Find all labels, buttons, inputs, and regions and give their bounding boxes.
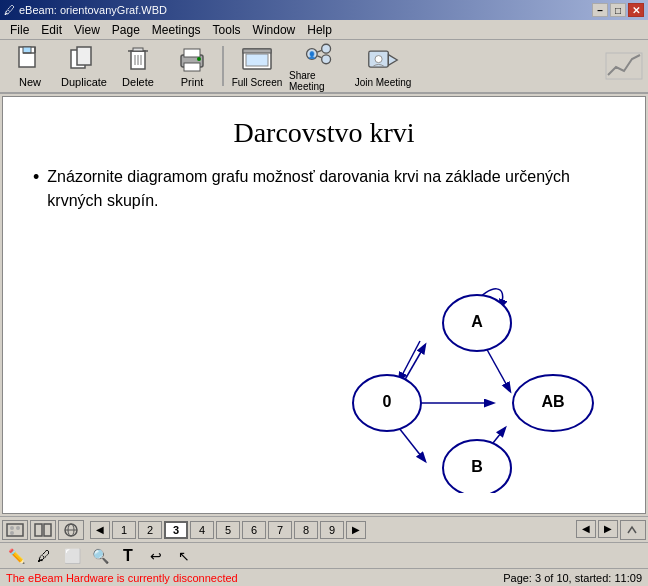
join-meeting-icon (367, 45, 399, 75)
left-nav-icons (2, 520, 84, 540)
page-8-button[interactable]: 8 (294, 521, 318, 539)
app-icon: 🖊 (4, 4, 15, 16)
svg-rect-13 (184, 49, 200, 57)
svg-rect-8 (133, 48, 143, 51)
print-label: Print (181, 76, 204, 88)
nav-icon-globe[interactable] (58, 520, 84, 540)
text-tool-button[interactable]: T (116, 546, 140, 566)
slide-content: Darcovstvo krvi • Znázornite diagramom g… (3, 97, 645, 513)
pen-tool-button[interactable]: ✏️ (4, 546, 28, 566)
menu-edit[interactable]: Edit (35, 21, 68, 39)
slide-title: Darcovstvo krvi (33, 117, 615, 149)
bullet-item-1: • Znázornite diagramom grafu možnosť dar… (33, 165, 615, 213)
bullet-dot: • (33, 165, 39, 213)
fullscreen-icon (241, 45, 273, 75)
fullscreen-button[interactable]: Full Screen (228, 42, 286, 90)
svg-point-20 (322, 44, 331, 53)
bullet-text-1: Znázornite diagramom grafu možnosť darov… (47, 165, 615, 213)
separator-1 (222, 46, 224, 86)
menu-bar: File Edit View Page Meetings Tools Windo… (0, 20, 648, 40)
marker-tool-button[interactable]: 🖊 (32, 546, 56, 566)
arrow-tool-button[interactable]: ↩ (144, 546, 168, 566)
menu-view[interactable]: View (68, 21, 106, 39)
svg-point-31 (16, 526, 20, 530)
eraser-tool-button[interactable]: ⬜ (60, 546, 84, 566)
menu-help[interactable]: Help (301, 21, 338, 39)
svg-point-15 (197, 57, 201, 61)
page-1-button[interactable]: 1 (112, 521, 136, 539)
page-6-button[interactable]: 6 (242, 521, 266, 539)
new-button[interactable]: New (4, 42, 56, 90)
title-bar-left: 🖊 eBeam: orientovanyGraf.WBD (4, 4, 167, 16)
delete-icon (122, 44, 154, 74)
join-meeting-button[interactable]: Join Meeting (352, 42, 414, 90)
page-3-button[interactable]: 3 (164, 521, 188, 539)
scroll-left-button[interactable]: ◀ (90, 521, 110, 539)
svg-rect-1 (23, 47, 31, 53)
title-bar: 🖊 eBeam: orientovanyGraf.WBD – □ ✕ (0, 0, 648, 20)
page-9-button[interactable]: 9 (320, 521, 344, 539)
main-area: Darcovstvo krvi • Znázornite diagramom g… (0, 94, 648, 516)
print-icon (176, 44, 208, 74)
menu-page[interactable]: Page (106, 21, 146, 39)
status-left: The eBeam Hardware is currently disconne… (6, 572, 238, 584)
toolbar-right (604, 51, 644, 81)
nav-arrows-right: ◀ ▶ (576, 520, 646, 540)
search-tool-button[interactable]: 🔍 (88, 546, 112, 566)
svg-rect-5 (77, 47, 91, 65)
svg-rect-18 (246, 54, 268, 66)
delete-label: Delete (122, 76, 154, 88)
new-label: New (19, 76, 41, 88)
print-button[interactable]: Print (166, 42, 218, 90)
svg-rect-17 (243, 49, 271, 53)
page-4-button[interactable]: 4 (190, 521, 214, 539)
close-button[interactable]: ✕ (628, 3, 644, 17)
page-5-button[interactable]: 5 (216, 521, 240, 539)
svg-line-23 (317, 56, 321, 58)
svg-point-27 (375, 55, 382, 62)
svg-rect-29 (7, 524, 23, 536)
graph-area: 0 A AB B (325, 273, 625, 493)
node-ab-label: AB (541, 393, 564, 410)
canvas-area: Darcovstvo krvi • Znázornite diagramom g… (2, 96, 646, 514)
nav-icon-2[interactable] (30, 520, 56, 540)
title-bar-controls[interactable]: – □ ✕ (592, 3, 644, 17)
fullscreen-label: Full Screen (232, 77, 283, 88)
new-icon (14, 44, 46, 74)
svg-rect-34 (44, 524, 51, 536)
nav-settings-icon[interactable] (620, 520, 646, 540)
page-7-button[interactable]: 7 (268, 521, 292, 539)
nav-icon-1[interactable] (2, 520, 28, 540)
prev-page-button[interactable]: ◀ (576, 520, 596, 538)
minimize-button[interactable]: – (592, 3, 608, 17)
menu-window[interactable]: Window (247, 21, 302, 39)
maximize-button[interactable]: □ (610, 3, 626, 17)
share-meeting-button[interactable]: 👤 Share Meeting (288, 42, 350, 90)
duplicate-label: Duplicate (61, 76, 107, 88)
select-tool-button[interactable]: ↖ (172, 546, 196, 566)
delete-button[interactable]: Delete (112, 42, 164, 90)
menu-tools[interactable]: Tools (207, 21, 247, 39)
svg-rect-14 (184, 63, 200, 71)
svg-point-32 (10, 531, 14, 535)
page-2-button[interactable]: 2 (138, 521, 162, 539)
node-a-label: A (471, 313, 483, 330)
duplicate-button[interactable]: Duplicate (58, 42, 110, 90)
svg-rect-33 (35, 524, 42, 536)
node-0-label: 0 (383, 393, 392, 410)
svg-text:👤: 👤 (308, 51, 316, 59)
next-page-button[interactable]: ▶ (598, 520, 618, 538)
status-right: Page: 3 of 10, started: 11:09 (503, 572, 642, 584)
scroll-right-button[interactable]: ▶ (346, 521, 366, 539)
graph-icon (604, 51, 644, 81)
menu-file[interactable]: File (4, 21, 35, 39)
toolbar: New Duplicate Delete (0, 40, 648, 94)
menu-meetings[interactable]: Meetings (146, 21, 207, 39)
page-nav: ◀ 1 2 3 4 5 6 7 8 9 ▶ ◀ ▶ (0, 516, 648, 542)
svg-line-22 (317, 50, 321, 52)
svg-point-30 (10, 526, 14, 530)
join-meeting-label: Join Meeting (355, 77, 412, 88)
duplicate-icon (68, 44, 100, 74)
status-bar: The eBeam Hardware is currently disconne… (0, 568, 648, 586)
svg-marker-26 (388, 54, 397, 65)
